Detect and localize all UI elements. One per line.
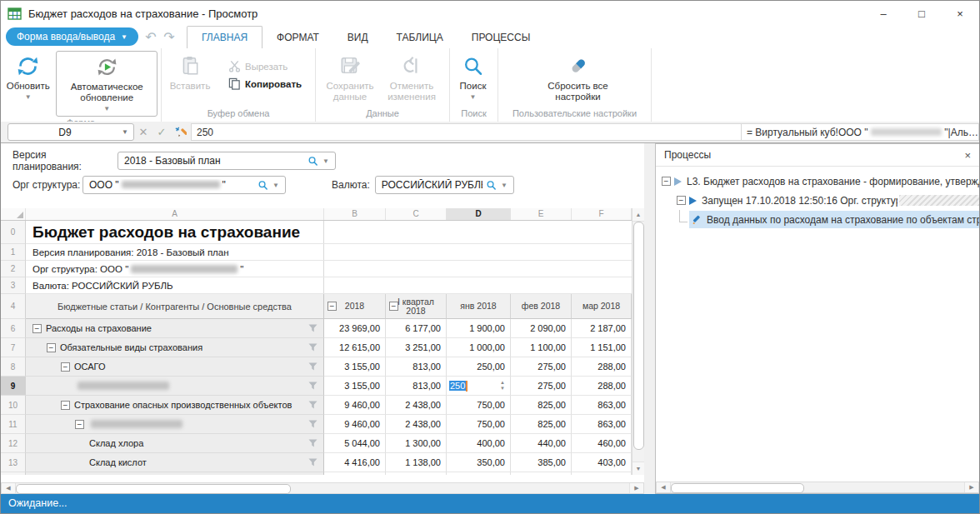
discard-changes-button[interactable]: Отменить изменения (381, 51, 442, 102)
sheet-cell-A7[interactable]: −Обязательные виды страхования (26, 338, 324, 357)
sheet-cell-E4[interactable]: фев 2018 (511, 294, 572, 319)
sheet-cell-A3[interactable]: Валюта: РОССИЙСКИЙ РУБЛЬ (26, 277, 632, 294)
scroll-up-icon[interactable]: ▲ (632, 208, 644, 222)
filter-funnel-icon[interactable] (308, 458, 318, 468)
sheet-cell-A0[interactable]: Бюджет расходов на страхование (26, 221, 632, 244)
sheet-cell-E10[interactable]: 825,00 (511, 396, 572, 415)
sheet-cell-F9[interactable]: 288,00 (572, 377, 632, 396)
row-header-9[interactable]: 9 (1, 377, 26, 396)
sheet-cell-A8[interactable]: −ОСАГО (26, 357, 324, 377)
sheet-cell-B8[interactable]: 3 155,00 (324, 357, 386, 377)
row-header-6[interactable]: 6 (1, 319, 26, 338)
filter-funnel-icon[interactable] (308, 439, 318, 449)
process-item-selected[interactable]: Ввод данных по расходам на страхование п… (689, 211, 979, 228)
chevron-down-icon[interactable]: ▼ (122, 128, 133, 136)
sheet-cell-F8[interactable]: 288,00 (572, 357, 632, 377)
sheet-cell-E14[interactable]: 990,00 (511, 472, 572, 475)
copy-button[interactable]: Копировать (227, 75, 302, 92)
auto-refresh-button[interactable]: Автоматическое обновление ▼ (56, 51, 158, 117)
row-header-0[interactable]: 0 (1, 221, 26, 244)
sheet-cell-A12[interactable]: Склад хлора (26, 434, 324, 453)
filter-funnel-icon[interactable] (308, 343, 318, 353)
spin-down-icon[interactable]: ▼ (500, 386, 505, 392)
scroll-right-icon[interactable]: ▶ (964, 482, 978, 492)
spinner-control[interactable]: ▲▼ (500, 380, 508, 392)
collapse-icon[interactable]: − (47, 343, 56, 352)
search-icon[interactable] (258, 180, 268, 191)
tab-вид[interactable]: ВИД (333, 26, 382, 48)
sheet-cell-E6[interactable]: 2 090,00 (511, 319, 572, 338)
reset-settings-button[interactable]: Сбросить все настройки (532, 51, 624, 102)
scroll-right-icon[interactable]: ▶ (629, 483, 643, 493)
sheet-cell-B4[interactable]: −2018 (324, 294, 386, 319)
horizontal-scrollbar-thumb[interactable] (16, 484, 291, 494)
sheet-cell-A14[interactable]: −Добровольные виды страхования (26, 472, 324, 475)
collapse-icon[interactable]: − (32, 324, 42, 333)
column-header-C[interactable]: C (386, 208, 447, 220)
sheet-cell-D9[interactable]: 250▲▼ (447, 377, 511, 396)
sheet-cell-C14[interactable]: 2 926,00 (386, 472, 447, 475)
undo-icon[interactable]: ↶ (142, 26, 160, 48)
process-item-0[interactable]: −L3. Бюджет расходов на страхование - фо… (656, 172, 979, 191)
sheet-cell-D6[interactable]: 1 900,00 (447, 319, 511, 338)
scroll-left-icon[interactable]: ◀ (2, 483, 16, 493)
close-icon[interactable]: × (964, 149, 971, 162)
process-item-2[interactable]: Ввод данных по расходам на страхование п… (656, 210, 979, 229)
filter-funnel-icon[interactable] (308, 362, 318, 372)
select-all-corner[interactable] (1, 208, 26, 220)
currency-filter-field[interactable]: РОССИЙСКИЙ РУБЛЬ ▼ (375, 176, 514, 194)
sheet-cell-C6[interactable]: 6 177,00 (386, 319, 447, 338)
save-data-button[interactable]: Сохранить данные (319, 51, 381, 102)
version-filter-field[interactable]: 2018 - Базовый план ▼ (118, 152, 336, 170)
sheet-cell-B14[interactable]: 11 354,00 (324, 472, 386, 475)
sheet-cell-B9[interactable]: 3 155,00 (324, 377, 386, 396)
sheet-cell-C4[interactable]: −I квартал 2018 (386, 294, 447, 319)
sheet-cell-D4[interactable]: янв 2018 (447, 294, 511, 319)
row-header-10[interactable]: 10 (1, 396, 26, 415)
tab-главная[interactable]: ГЛАВНАЯ (187, 26, 262, 49)
redo-icon[interactable]: ↷ (160, 26, 178, 48)
sheet-cell-B13[interactable]: 4 416,00 (324, 453, 386, 472)
spin-up-icon[interactable]: ▲ (500, 380, 505, 386)
search-icon[interactable] (486, 180, 497, 191)
sheet-cell-D12[interactable]: 400,00 (447, 434, 511, 453)
row-header-13[interactable]: 13 (1, 453, 26, 472)
tab-таблица[interactable]: ТАБЛИЦА (382, 26, 458, 48)
sheet-cell-D11[interactable]: 750,00 (447, 415, 511, 434)
sheet-cell-A10[interactable]: −Страхование опасных производственных об… (26, 396, 324, 415)
sheet-cell-A1[interactable]: Версия планирования: 2018 - Базовый план (26, 244, 632, 261)
org-filter-field[interactable]: ООО "" ▼ (82, 176, 286, 194)
sheet-cell-C8[interactable]: 813,00 (386, 357, 447, 377)
paste-button[interactable]: Вставить (165, 51, 215, 92)
column-header-E[interactable]: E (511, 208, 572, 220)
sheet-cell-F11[interactable]: 863,00 (572, 415, 632, 434)
scroll-left-icon[interactable]: ◀ (657, 482, 671, 492)
tab-формат[interactable]: ФОРМАТ (262, 26, 333, 48)
cell-reference-box[interactable]: D9 ▼ (8, 123, 134, 141)
sheet-cell-F10[interactable]: 863,00 (572, 396, 632, 415)
sheet-cell-F4[interactable]: мар 2018 (572, 294, 632, 319)
sheet-cell-F13[interactable]: 403,00 (572, 453, 632, 472)
sheet-cell-B6[interactable]: 23 969,00 (324, 319, 386, 338)
panel-horizontal-scrollbar[interactable]: ◀ ▶ (656, 482, 979, 493)
sheet-cell-E11[interactable]: 825,00 (511, 415, 572, 434)
sheet-cell-F14[interactable]: 1 036,00 (572, 472, 632, 475)
confirm-edit-icon[interactable]: ✓ (152, 126, 171, 138)
cell-editor-value[interactable]: 250 (449, 381, 466, 391)
formula-input[interactable]: 250 (191, 123, 742, 141)
sheet-cell-A2[interactable]: Орг структура: ООО "" (26, 261, 632, 277)
sheet-cell-A6[interactable]: −Расходы на страхование (26, 319, 324, 338)
row-header-4[interactable]: 4 (1, 294, 26, 319)
sheet-cell-B12[interactable]: 5 044,00 (324, 434, 386, 453)
form-io-button[interactable]: Форма ввода/вывода ▼ (6, 27, 138, 46)
filter-funnel-icon[interactable] (308, 401, 318, 411)
sheet-cell-E9[interactable]: 275,00 (511, 377, 572, 396)
tab-процессы[interactable]: ПРОЦЕССЫ (458, 26, 545, 48)
process-item-1[interactable]: −Запущен 17.10.2018 12:50:16 Орг. структ… (656, 191, 979, 210)
chevron-down-icon[interactable]: ▼ (270, 182, 285, 189)
column-header-A[interactable]: A (26, 208, 324, 220)
sheet-cell-D13[interactable]: 350,00 (447, 453, 511, 472)
column-header-D[interactable]: D (447, 208, 511, 220)
row-header-8[interactable]: 8 (1, 357, 26, 377)
column-header-F[interactable]: F (572, 208, 632, 220)
